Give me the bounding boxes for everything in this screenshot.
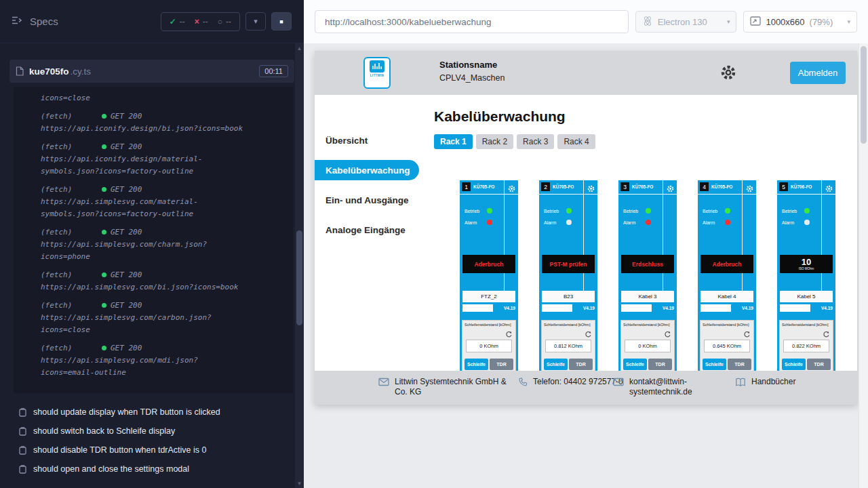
network-log-entry[interactable]: (fetch)GET 200 https://api.simplesvg.com… — [41, 342, 283, 379]
request-url: https://api.iconify.design/material-symb… — [41, 153, 251, 178]
status-dot — [102, 272, 106, 277]
tab-rack-2[interactable]: Rack 2 — [476, 134, 513, 149]
test-title[interactable]: should update display when TDR button is… — [19, 403, 294, 422]
chevron-down-icon: ▾ — [847, 18, 850, 25]
tdr-button[interactable]: TDR — [648, 359, 672, 370]
network-log-entry[interactable]: (fetch)GET 200 https://api.iconify.desig… — [41, 110, 283, 135]
network-log-entry[interactable]: (fetch)GET 200 https://api.simplesvg.com… — [41, 184, 283, 220]
off-led — [566, 220, 572, 225]
card-divider — [583, 180, 584, 291]
request-url: https://api.iconify.design/bi.json?icons… — [41, 123, 251, 135]
viewport-select[interactable]: 1000x660 (79%) ▾ — [743, 11, 857, 33]
mail-icon — [613, 378, 624, 386]
led-betrieb: Betrieb — [703, 208, 730, 214]
tdr-button[interactable]: TDR — [728, 359, 751, 370]
tab-rack-3[interactable]: Rack 3 — [517, 134, 554, 149]
card-number: 3 — [620, 182, 629, 191]
tdr-button[interactable]: TDR — [490, 359, 513, 370]
schleife-button[interactable]: Schleife — [465, 359, 488, 370]
sidebar-item-uebersicht[interactable]: Übersicht — [315, 130, 420, 150]
network-log-entry[interactable]: (fetch)GET 200 https://api.simplesvg.com… — [41, 300, 283, 336]
card-divider — [742, 180, 743, 291]
electron-icon — [642, 16, 653, 28]
scroll-down-arrow-icon[interactable]: ▼ — [295, 479, 304, 488]
collapse-button[interactable]: ▾ — [245, 12, 266, 30]
measurement-panel: Schleifenwiderstand [kOhm] 0.645 KOhm Sc… — [700, 320, 754, 371]
footer-phone[interactable]: Telefon: 04402 972577-0 — [518, 377, 625, 387]
scroll-up-arrow-icon[interactable]: ▲ — [295, 43, 304, 53]
spec-file-row[interactable]: kue705fo .cy.ts 00:11 — [9, 60, 294, 83]
reporter-scrollbar[interactable]: ▲ ▼ — [295, 43, 304, 488]
tab-rack-1[interactable]: Rack 1 — [434, 134, 473, 149]
cable-name: Kabel 3 — [621, 291, 674, 302]
request-url: https://api.simplesvg.com/mdi.json?icons… — [41, 354, 251, 379]
aut-scrollbar[interactable] — [859, 43, 868, 488]
card-settings-gear-icon[interactable] — [587, 183, 595, 195]
app-footer: Littwin Systemtechnik GmbH & Co. KG Tele… — [315, 371, 857, 405]
footer-email[interactable]: kontakt@littwin-systemtechnik.de — [613, 377, 701, 397]
card-model: KÜ705-FO — [553, 184, 574, 189]
led-betrieb: Betrieb — [782, 208, 810, 214]
status-display: Erdschluss — [621, 255, 674, 273]
tab-rack-4[interactable]: Rack 4 — [557, 134, 595, 149]
sidebar-item-kabelueberwachung[interactable]: Kabelüberwachung — [315, 160, 419, 180]
sidebar-item-ein-und-ausgaenge[interactable]: Ein- und Ausgänge — [315, 190, 420, 210]
test-stats[interactable]: ✓-- ×-- ○-- — [161, 12, 240, 31]
url-input[interactable]: http://localhost:3000/kabelueberwachung — [315, 10, 629, 33]
device-card: 1 KÜ705-FO Betrieb Alarm Aderbruch FTZ_2… — [460, 180, 518, 371]
app-sidebar: Übersicht Kabelüberwachung Ein- und Ausg… — [315, 95, 420, 371]
schleife-button[interactable]: Schleife — [703, 359, 726, 370]
device-card: 2 KÜ705-FO Betrieb Alarm PST-M prüfen B2… — [539, 180, 597, 371]
logout-button[interactable]: Abmelden — [790, 62, 846, 84]
card-model: KÜ705-FO — [473, 184, 494, 189]
card-settings-gear-icon[interactable] — [825, 183, 833, 195]
red-led — [487, 220, 492, 225]
card-settings-gear-icon[interactable] — [667, 183, 674, 195]
stop-button[interactable]: ■ — [271, 12, 292, 30]
measurement-panel: Schleifenwiderstand [kOhm] 0 KOhm Schlei… — [462, 320, 516, 371]
tdr-button[interactable]: TDR — [569, 359, 593, 370]
card-number: 4 — [700, 182, 709, 191]
scrollbar-thumb[interactable] — [861, 46, 867, 144]
status-dot — [102, 230, 106, 235]
version-box — [701, 304, 731, 312]
card-divider — [663, 180, 663, 291]
card-number: 2 — [541, 182, 550, 191]
sidebar-item-analoge-eingaenge[interactable]: Analoge Eingänge — [315, 220, 420, 240]
reporter-header: Specs ✓-- ×-- ○-- ▾ ■ — [0, 0, 304, 43]
device-card: 5 KÜ706-FO Betrieb Alarm 10 ISO MOhm Kab… — [777, 180, 835, 371]
station-name: CPLV4_Maschen — [439, 73, 505, 83]
logo-text: LITTWIN — [370, 74, 384, 77]
card-settings-gear-icon[interactable] — [746, 183, 753, 195]
schleife-button[interactable]: Schleife — [782, 359, 806, 370]
spec-name: kue705fo — [29, 66, 69, 77]
test-title[interactable]: should open and close the settings modal — [19, 460, 294, 479]
stat-pending: ○-- — [218, 17, 231, 26]
status-dot — [102, 187, 106, 192]
test-title[interactable]: should switch back to Schleife display — [19, 422, 294, 441]
circle-icon: ○ — [218, 17, 222, 26]
specs-menu[interactable]: Specs — [11, 16, 58, 27]
led-betrieb: Betrieb — [544, 208, 572, 214]
network-log-entry[interactable]: (fetch)GET 200 https://api.iconify.desig… — [41, 141, 283, 178]
tdr-button[interactable]: TDR — [807, 359, 831, 370]
browser-select[interactable]: Electron 130 ▾ — [635, 11, 737, 33]
page-title: Kabelüberwachung — [434, 108, 857, 125]
network-log-entry[interactable]: (fetch)GET 200 https://api.simplesvg.com… — [41, 269, 283, 293]
card-model: KÜ706-FO — [791, 184, 812, 189]
green-led — [566, 208, 572, 214]
schleife-button[interactable]: Schleife — [623, 359, 647, 370]
stat-failed: ×-- — [195, 17, 208, 26]
status-dot — [102, 303, 106, 308]
mail-icon — [378, 378, 389, 386]
scrollbar-thumb[interactable] — [296, 230, 302, 325]
test-title[interactable]: should disable TDR button when tdrActive… — [19, 441, 294, 460]
network-log-entry[interactable]: (fetch)GET 200 https://api.simplesvg.com… — [41, 226, 283, 263]
card-divider — [821, 180, 822, 291]
card-settings-gear-icon[interactable] — [508, 183, 515, 195]
red-led — [725, 220, 730, 225]
spec-timer: 00:11 — [259, 65, 288, 77]
footer-manuals[interactable]: Handbücher — [735, 377, 795, 387]
schleife-button[interactable]: Schleife — [544, 359, 568, 370]
settings-gear-icon[interactable] — [720, 64, 736, 83]
